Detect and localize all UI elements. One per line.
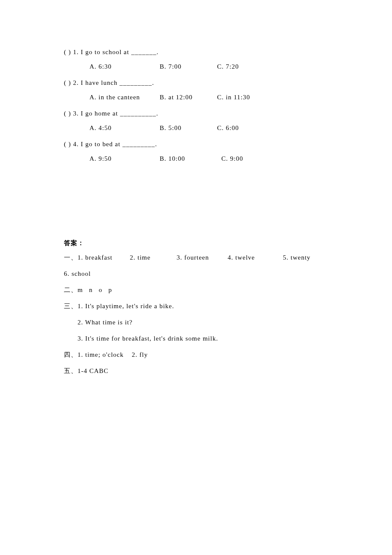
option-c: C. 6:00	[217, 123, 239, 133]
option-b: B. at 12:00	[160, 92, 215, 102]
answer-1-4: 4. twelve	[228, 252, 281, 263]
option-a: A. 4:50	[89, 123, 158, 133]
option-a: A. 6:30	[89, 61, 158, 72]
question-options: A. 6:30 B. 7:00 C. 7:20	[64, 61, 328, 72]
answer-line-1: 一、1. breakfast 2. time 3. fourteen 4. tw…	[64, 252, 328, 263]
questions-section: ( ) 1. I go to school at _______. A. 6:3…	[64, 47, 328, 164]
question-body: I go to bed at _________.	[81, 141, 157, 147]
option-b: B. 10:00	[160, 153, 219, 164]
option-c: C. in 11:30	[217, 92, 251, 102]
option-b: B. 5:00	[160, 123, 215, 133]
option-a: A. in the canteen	[89, 92, 158, 102]
answer-line-3: 三、1. It's playtime, let's ride a bike.	[64, 301, 328, 311]
answer-1-2: 2. time	[130, 252, 175, 263]
option-c: C. 9:00	[222, 153, 243, 164]
answer-line-3c: 3. It's time for breakfast, let's drink …	[64, 333, 328, 344]
answers-section: 答案： 一、1. breakfast 2. time 3. fourteen 4…	[64, 238, 328, 376]
question-text: ( ) 1. I go to school at _______.	[64, 47, 328, 57]
question-prefix: ( ) 4.	[64, 141, 81, 147]
spacer	[64, 170, 328, 238]
question-4: ( ) 4. I go to bed at _________. A. 9:50…	[64, 139, 328, 164]
question-text: ( ) 2. I have lunch _________.	[64, 78, 328, 88]
question-3: ( ) 3. I go home at __________. A. 4:50 …	[64, 108, 328, 133]
question-prefix: ( ) 3.	[64, 110, 81, 117]
option-c: C. 7:20	[217, 61, 239, 72]
question-body: I go home at __________.	[81, 110, 159, 117]
answer-line-1b: 6. school	[64, 269, 328, 279]
question-options: A. 9:50 B. 10:00 C. 9:00	[64, 153, 328, 164]
answer-1-3: 3. fourteen	[177, 252, 226, 263]
question-2: ( ) 2. I have lunch _________. A. in the…	[64, 78, 328, 102]
answer-1-5: 5. twenty	[283, 252, 311, 263]
answer-line-2: 二、m n o p	[64, 285, 328, 295]
answer-line-5: 五、1-4 CABC	[64, 366, 328, 376]
question-body: I have lunch _________.	[81, 79, 154, 86]
question-1: ( ) 1. I go to school at _______. A. 6:3…	[64, 47, 328, 72]
answer-line-3b: 2. What time is it?	[64, 317, 328, 327]
question-prefix: ( ) 2.	[64, 79, 81, 86]
question-prefix: ( ) 1.	[64, 49, 81, 55]
answer-line-4: 四、1. time; o'clock 2. fly	[64, 350, 328, 360]
option-a: A. 9:50	[89, 153, 158, 164]
question-options: A. 4:50 B. 5:00 C. 6:00	[64, 123, 328, 133]
question-text: ( ) 4. I go to bed at _________.	[64, 139, 328, 149]
question-body: I go to school at _______.	[81, 49, 159, 55]
question-text: ( ) 3. I go home at __________.	[64, 108, 328, 119]
answer-1-1: 一、1. breakfast	[64, 252, 128, 263]
question-options: A. in the canteen B. at 12:00 C. in 11:3…	[64, 92, 328, 102]
answers-heading: 答案：	[64, 238, 328, 248]
option-b: B. 7:00	[160, 61, 215, 72]
